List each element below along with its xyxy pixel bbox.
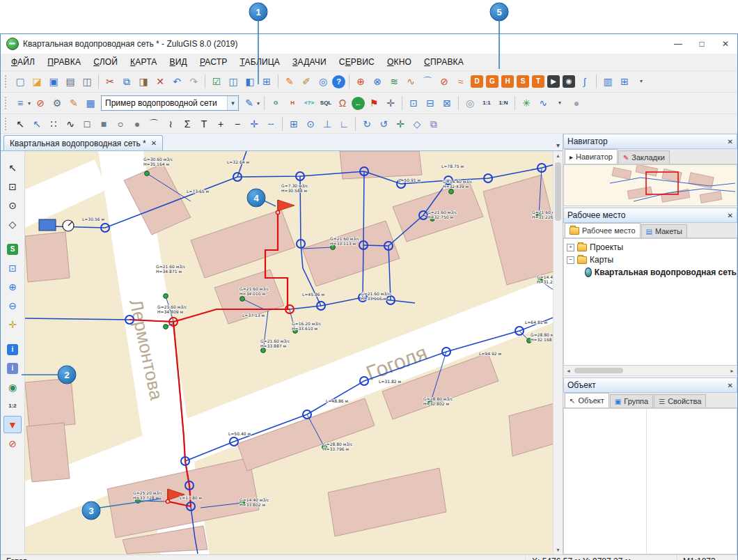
tile-vertical-icon[interactable]: ⊞ bbox=[259, 74, 274, 89]
tree-expander[interactable]: − bbox=[567, 256, 574, 264]
draw-rectangle-icon[interactable]: □ bbox=[79, 116, 95, 132]
tab-Закладки[interactable]: ✎Закладки bbox=[618, 150, 670, 164]
style-editor-arrow[interactable]: ▾ bbox=[257, 100, 260, 107]
layer-visibility-icon[interactable]: ⊘ bbox=[33, 95, 48, 111]
layer-table-icon[interactable]: ▦ bbox=[83, 95, 98, 111]
scale-tool[interactable]: 1:2 bbox=[3, 397, 22, 414]
menu-item[interactable]: РАСТР bbox=[194, 55, 234, 69]
select-tool-icon[interactable]: ↖ bbox=[13, 116, 28, 132]
objects-info[interactable]: i bbox=[3, 359, 22, 377]
draw-ellipse-icon[interactable]: ○ bbox=[113, 116, 128, 132]
close-button[interactable]: ✕ bbox=[714, 36, 737, 52]
group-objects-icon[interactable]: ⧉ bbox=[426, 116, 441, 132]
toolbar-grip[interactable] bbox=[5, 75, 9, 88]
network-tool-4-icon[interactable]: ∿ bbox=[403, 74, 418, 89]
select-tool[interactable]: ↖ bbox=[3, 159, 22, 176]
query-flow-icon[interactable]: G bbox=[268, 95, 283, 111]
flag-base-node[interactable] bbox=[166, 499, 169, 503]
scrollbar-thumb[interactable] bbox=[574, 368, 623, 373]
zoom-out[interactable]: ⊖ bbox=[3, 297, 22, 314]
scrollbar-thumb[interactable] bbox=[555, 162, 561, 221]
menu-item[interactable]: ВИД bbox=[164, 55, 194, 69]
edit-object-icon[interactable]: ✎ bbox=[282, 74, 297, 89]
maximize-button[interactable]: □ bbox=[690, 36, 714, 52]
delete-button-icon[interactable]: ✕ bbox=[152, 74, 168, 89]
menu-item[interactable]: КАРТА bbox=[124, 55, 163, 69]
flag-base-node[interactable] bbox=[276, 210, 279, 214]
layers-list-icon[interactable]: ≡ bbox=[13, 95, 28, 111]
rotate-cw-icon[interactable]: ↻ bbox=[359, 116, 375, 132]
add-node-icon[interactable]: + bbox=[213, 116, 228, 132]
help-button-icon[interactable]: ? bbox=[332, 75, 345, 88]
zoom-scale-icon[interactable]: 1:N bbox=[496, 95, 511, 111]
paste-button-icon[interactable]: ◨ bbox=[136, 74, 151, 89]
tab-Группа[interactable]: ▣Группа bbox=[610, 394, 653, 407]
edit-attributes-icon[interactable]: ✐ bbox=[299, 74, 314, 89]
close-icon[interactable]: ✕ bbox=[728, 212, 733, 219]
mode-h-button[interactable]: H bbox=[501, 75, 514, 88]
select-polygon[interactable]: ◇ bbox=[3, 215, 22, 233]
close-icon[interactable]: ✕ bbox=[728, 138, 733, 146]
close-icon[interactable]: ✕ bbox=[728, 382, 733, 389]
consumer-node[interactable] bbox=[449, 189, 454, 194]
piezo-graph-icon[interactable]: ∫ bbox=[577, 74, 592, 89]
sum-tool-icon[interactable]: Σ bbox=[180, 116, 195, 132]
network-tool-2-icon[interactable]: ⊗ bbox=[370, 74, 385, 89]
draw-curve-icon[interactable]: ≀ bbox=[163, 116, 178, 132]
draw-rectangle-filled-icon[interactable]: ■ bbox=[96, 116, 111, 132]
consumer-node[interactable] bbox=[164, 325, 168, 329]
network-tool-6-icon[interactable]: ⊘ bbox=[437, 74, 452, 89]
cut-button-icon[interactable]: ✂ bbox=[102, 74, 118, 89]
consumer-node[interactable] bbox=[331, 245, 336, 250]
menu-item[interactable]: ТАБЛИЦА bbox=[233, 55, 286, 69]
toolbar-grip[interactable] bbox=[5, 118, 9, 130]
move-object-icon[interactable]: ✛ bbox=[393, 116, 408, 132]
mode-g-button[interactable]: G bbox=[486, 75, 498, 88]
snap-node-icon[interactable]: ⊙ bbox=[303, 116, 318, 132]
toggle-map-window-icon[interactable]: ☑ bbox=[209, 74, 224, 89]
status-indicator-icon[interactable]: ● bbox=[569, 95, 584, 111]
zoom-actual-icon[interactable]: 1:1 bbox=[479, 95, 494, 111]
remove-node-icon[interactable]: − bbox=[230, 116, 245, 132]
find-on-map[interactable]: ◉ bbox=[3, 378, 22, 396]
zulu-layer[interactable]: S bbox=[3, 240, 22, 258]
tree-item[interactable]: Квартальная водопроводная сеть bbox=[567, 266, 737, 279]
layer-settings-icon[interactable]: ⚙ bbox=[49, 95, 65, 111]
tab-close-icon[interactable]: ✕ bbox=[151, 139, 157, 147]
scroll-up-icon[interactable]: ▲ bbox=[556, 151, 560, 160]
network-tool-3-icon[interactable]: ≋ bbox=[386, 74, 402, 89]
tree-expander[interactable]: + bbox=[567, 244, 574, 251]
tile-horizontal-icon[interactable]: ◧ bbox=[242, 74, 258, 89]
scroll-right-icon[interactable]: ► bbox=[728, 368, 737, 373]
menu-item[interactable]: ОКНО bbox=[381, 55, 418, 69]
pan-tool[interactable]: ✛ bbox=[3, 316, 22, 333]
layer-combo[interactable]: Пример водопроводной сети▾ bbox=[101, 95, 239, 111]
tree-item[interactable]: +Проекты bbox=[567, 241, 737, 254]
new-map-window-icon[interactable]: ⊞ bbox=[617, 74, 632, 89]
query-pressure-icon[interactable]: H bbox=[285, 95, 300, 111]
workspace-horizontal-scrollbar[interactable]: ◄ ► bbox=[563, 366, 737, 376]
navigator-minimap[interactable] bbox=[563, 164, 737, 206]
chevron-down-icon[interactable]: ▾ bbox=[227, 96, 238, 110]
consumer-node[interactable] bbox=[145, 171, 150, 176]
flag-tool[interactable]: ▼ bbox=[3, 416, 22, 433]
selection-load-icon[interactable]: ⊟ bbox=[423, 95, 438, 111]
toolbar1-overflow-icon[interactable]: ▾ bbox=[634, 74, 649, 89]
network-tool-7-icon[interactable]: ≈ bbox=[453, 74, 469, 89]
menu-item[interactable]: ЗАДАЧИ bbox=[286, 55, 333, 69]
layer-edit-mode-icon[interactable]: ✎ bbox=[66, 95, 81, 111]
select-circle[interactable]: ⊙ bbox=[3, 196, 22, 214]
select-add-icon[interactable]: ↖ bbox=[29, 116, 45, 132]
forbid-tool[interactable]: ⊘ bbox=[3, 435, 22, 452]
map-canvas[interactable]: ЛермонтоваГоголя G=30.60 м3/сH=35.164 м bbox=[25, 151, 555, 554]
menu-item[interactable]: СЕРВИС bbox=[333, 55, 381, 69]
menu-item[interactable]: ФАЙЛ bbox=[5, 55, 41, 69]
tab-Макеты[interactable]: ▤Макеты bbox=[641, 224, 688, 238]
tab-Навигатор[interactable]: ▸Навигатор bbox=[565, 149, 618, 164]
zoom-in[interactable]: ⊕ bbox=[3, 278, 22, 295]
text-tool-icon[interactable]: T bbox=[196, 116, 212, 132]
new-file-icon[interactable]: ▢ bbox=[13, 74, 28, 89]
select-frame[interactable]: ⊡ bbox=[3, 178, 22, 195]
run-calculation[interactable]: ▶ bbox=[547, 75, 560, 88]
snap-grid-icon[interactable]: ⊞ bbox=[286, 116, 301, 132]
